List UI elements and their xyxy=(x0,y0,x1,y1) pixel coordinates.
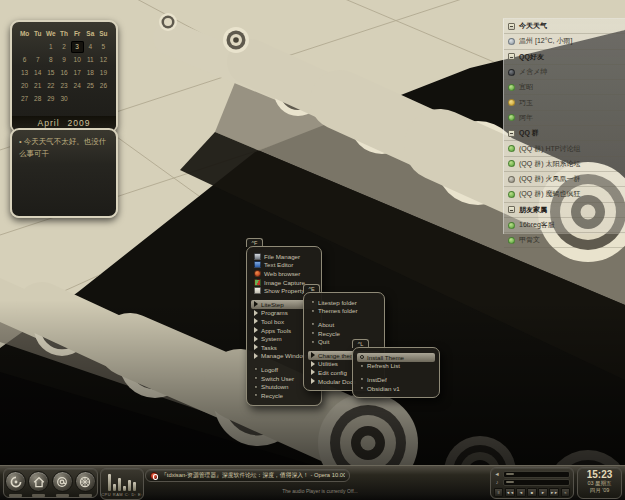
sidebar-header-qq-friends[interactable]: QQ好友 xyxy=(504,50,625,65)
calendar-day[interactable]: 28 xyxy=(31,93,44,105)
playlist-button[interactable]: ≡ xyxy=(494,488,503,497)
calendar-day[interactable]: 16 xyxy=(57,67,70,79)
calendar-day[interactable]: 29 xyxy=(44,93,57,105)
submenu-arrow-icon xyxy=(311,369,315,375)
calendar-day[interactable]: 24 xyxy=(71,80,84,92)
launcher-opera[interactable] xyxy=(5,471,26,497)
calendar-day-header: Sa xyxy=(84,28,97,40)
menu-label: InstDef xyxy=(367,376,387,383)
calendar-day[interactable]: 13 xyxy=(18,67,31,79)
calendar-day-header: Fr xyxy=(71,28,84,40)
calendar-day[interactable]: 8 xyxy=(44,54,57,66)
menu-item-web-browser[interactable]: Web browser xyxy=(251,269,317,278)
sidebar-header-weather[interactable]: 今天天气 xyxy=(504,19,625,34)
launcher-mail[interactable] xyxy=(52,471,73,497)
menu-item-quit[interactable]: Quit xyxy=(308,337,380,346)
sidebar-item-weather-city[interactable]: 温州 [12°C, 小雨] xyxy=(504,34,625,49)
launcher-label-bar xyxy=(79,494,92,497)
sidebar-item-group-4[interactable]: (QQ 群) 魔蝎也疯狂 xyxy=(504,187,625,202)
calendar-day[interactable]: 18 xyxy=(84,67,97,79)
seek-slider[interactable] xyxy=(503,479,570,486)
calendar-day[interactable]: 20 xyxy=(18,80,31,92)
buddy-sidebar: 今天天气 温州 [12°C, 小雨] QQ好友 メ含メ绅 宜昭 巧玉 阿年 QQ… xyxy=(503,18,625,234)
calendar-day[interactable]: 14 xyxy=(31,67,44,79)
calendar-day xyxy=(18,41,31,53)
calendar-day[interactable]: 22 xyxy=(44,80,57,92)
shuffle-button[interactable]: ≈ xyxy=(561,488,570,497)
stop-button[interactable]: ■ xyxy=(527,488,536,497)
collapse-icon xyxy=(508,23,515,30)
submenu-arrow-icon xyxy=(254,344,258,350)
sidebar-item-buddy-5[interactable]: 16breg客服 xyxy=(504,218,625,233)
calendar-day[interactable]: 7 xyxy=(31,54,44,66)
calendar-day[interactable]: 21 xyxy=(31,80,44,92)
menu-label: Modular Docs xyxy=(318,378,356,385)
menu-label: Recycle xyxy=(318,330,340,337)
submenu-arrow-icon xyxy=(311,361,315,367)
calendar-day[interactable]: 2 xyxy=(57,41,70,53)
calendar-day[interactable]: 30 xyxy=(57,93,70,105)
menu-item-recycle-ls[interactable]: Recycle xyxy=(308,329,380,338)
calendar-day-selected[interactable]: 3 xyxy=(71,41,84,53)
sidebar-label: 今天天气 xyxy=(519,21,547,31)
calendar-day[interactable]: 25 xyxy=(84,80,97,92)
calendar-day[interactable]: 26 xyxy=(97,80,110,92)
previous-button[interactable]: ◄ xyxy=(516,488,525,497)
submenu-arrow-icon xyxy=(254,353,258,359)
calendar-day[interactable]: 5 xyxy=(97,41,110,53)
sidebar-label: (QQ 群) HTP讨论组 xyxy=(519,144,580,154)
calendar-day[interactable]: 23 xyxy=(57,80,70,92)
sidebar-label: 16breg客服 xyxy=(519,220,555,230)
menu-label: Apps Tools xyxy=(261,327,291,334)
play-button[interactable]: ► xyxy=(538,488,547,497)
sidebar-header-qq-groups[interactable]: QQ 群 xyxy=(504,126,625,141)
bullet-icon xyxy=(254,385,258,389)
sidebar-item-buddy-6[interactable]: 甲骨文 xyxy=(504,233,625,248)
launcher-browser[interactable] xyxy=(75,471,96,497)
menu-item-file-manager[interactable]: File Manager xyxy=(251,252,317,261)
calendar-day[interactable]: 9 xyxy=(57,54,70,66)
menu-item-obsidian-v1[interactable]: Obsidian v1 xyxy=(357,384,435,393)
menu-item-text-editor[interactable]: Text Editor xyxy=(251,261,317,270)
launcher-home[interactable] xyxy=(28,471,49,497)
menu-item-about[interactable]: About xyxy=(308,320,380,329)
sidebar-header-friends-family[interactable]: 朋友家属 xyxy=(504,203,625,218)
calendar-day[interactable]: 1 xyxy=(44,41,57,53)
calendar-day[interactable]: 27 xyxy=(18,93,31,105)
rewind-button[interactable]: ◄◄ xyxy=(505,488,515,497)
calendar-day[interactable]: 11 xyxy=(84,54,97,66)
sidebar-item-group-2[interactable]: (QQ 群) 太阳系论坛 xyxy=(504,157,625,172)
calendar-day-header: Tu xyxy=(31,28,44,40)
menu-item-themes-folder[interactable]: Themes folder xyxy=(308,307,380,316)
sidebar-item-buddy-4[interactable]: 阿年 xyxy=(504,111,625,126)
forward-button[interactable]: ►► xyxy=(549,488,559,497)
player-buttons: ≡ ◄◄ ◄ ■ ► ►► ≈ xyxy=(494,488,570,497)
calendar-day[interactable]: 12 xyxy=(97,54,110,66)
sidebar-item-group-1[interactable]: (QQ 群) HTP讨论组 xyxy=(504,141,625,156)
menu-item-instdef[interactable]: InstDef xyxy=(357,375,435,384)
qq-group-icon xyxy=(508,145,515,152)
calendar-day[interactable]: 17 xyxy=(71,67,84,79)
clock-date: 03 星期五 xyxy=(578,480,621,487)
menu-label: System xyxy=(261,335,282,342)
menu-item-recycle[interactable]: Recycle xyxy=(251,391,317,400)
calendar-day[interactable]: 10 xyxy=(71,54,84,66)
menu-item-refresh-list[interactable]: Refresh List xyxy=(357,362,435,371)
calendar-day[interactable]: 19 xyxy=(97,67,110,79)
task-button-opera[interactable]: 『tdxisan-资源管理器』深度软件论坛：深度，值得深入！ - Opera 1… xyxy=(145,469,350,482)
sidebar-label: QQ好友 xyxy=(519,52,544,62)
clock-time: 15:23 xyxy=(578,469,621,480)
menu-item-litestep-folder[interactable]: Litestep folder xyxy=(308,298,380,307)
calendar-day[interactable]: 15 xyxy=(44,67,57,79)
meter-bar xyxy=(128,480,131,491)
calendar-day[interactable]: 4 xyxy=(84,41,97,53)
sidebar-item-group-3[interactable]: (QQ 群) 火凤凰一群 xyxy=(504,172,625,187)
note-body: 今天天气不太好。也没什么事可干 xyxy=(19,137,106,158)
menu-item-install-theme[interactable]: Install Theme xyxy=(357,353,435,362)
file-manager-icon xyxy=(254,253,261,260)
calendar-day[interactable]: 6 xyxy=(18,54,31,66)
sidebar-item-buddy-3[interactable]: 巧玉 xyxy=(504,95,625,110)
sidebar-item-buddy-1[interactable]: メ含メ绅 xyxy=(504,65,625,80)
volume-slider[interactable] xyxy=(503,471,570,478)
sidebar-item-buddy-2[interactable]: 宜昭 xyxy=(504,80,625,95)
